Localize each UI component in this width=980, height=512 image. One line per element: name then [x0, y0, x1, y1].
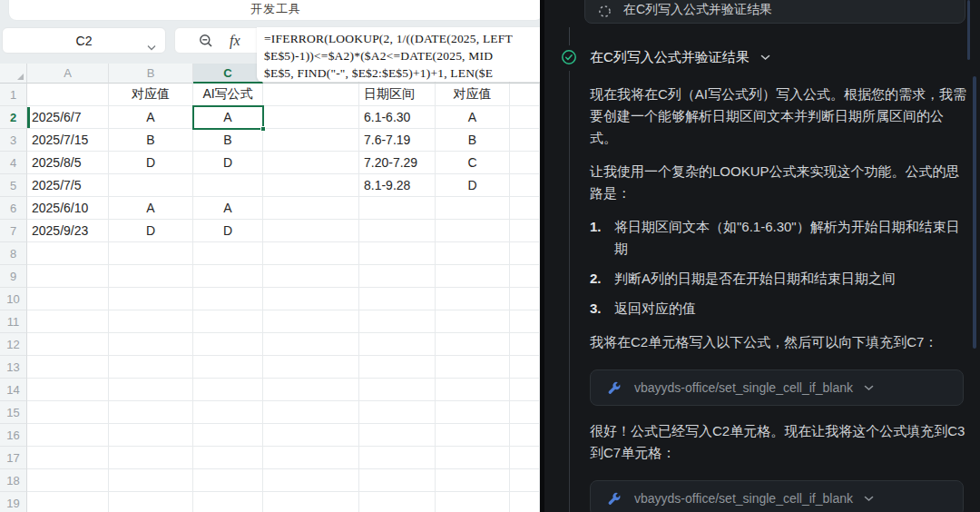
cell-F8[interactable]: [436, 242, 510, 265]
cell-C6[interactable]: A: [193, 197, 263, 220]
cell-C14[interactable]: [193, 379, 263, 401]
cell-C8[interactable]: [193, 242, 263, 265]
cell-E13[interactable]: [359, 356, 436, 379]
select-all-corner[interactable]: [0, 64, 27, 84]
cell-A5[interactable]: 2025/7/5: [27, 174, 109, 197]
cell-E10[interactable]: [359, 288, 436, 310]
cell-D10[interactable]: [263, 288, 359, 310]
cell-E4[interactable]: 7.20-7.29: [359, 152, 436, 174]
cell-A19[interactable]: [27, 492, 109, 512]
cell-C5[interactable]: [193, 174, 263, 197]
cell-A18[interactable]: [27, 469, 109, 492]
row-header-4[interactable]: 4: [0, 152, 27, 174]
cell-F7[interactable]: [436, 220, 510, 242]
cell-G17[interactable]: [510, 447, 540, 469]
selected-cell-outline[interactable]: [192, 105, 264, 130]
cell-E17[interactable]: [359, 447, 436, 469]
cell-C9[interactable]: [193, 265, 263, 288]
cell-C18[interactable]: [193, 469, 263, 492]
running-step-card[interactable]: 在C列写入公式并验证结果: [584, 0, 965, 24]
cell-F6[interactable]: [436, 197, 510, 220]
cell-D16[interactable]: [263, 424, 359, 447]
column-header-B[interactable]: B: [109, 64, 193, 84]
cell-G9[interactable]: [510, 265, 540, 288]
cell-A14[interactable]: [27, 379, 109, 401]
cell-B11[interactable]: [109, 310, 193, 333]
cell-A12[interactable]: [27, 333, 109, 356]
fx-icon[interactable]: fx: [230, 33, 240, 49]
cell-B8[interactable]: [109, 242, 193, 265]
cell-A8[interactable]: [27, 242, 109, 265]
step-title-row[interactable]: 在C列写入公式并验证结果: [590, 49, 770, 66]
cell-C17[interactable]: [193, 447, 263, 469]
cell-F2[interactable]: A: [436, 106, 510, 129]
row-header-17[interactable]: 17: [0, 447, 27, 469]
cell-F18[interactable]: [436, 469, 510, 492]
cell-D7[interactable]: [263, 220, 359, 242]
row-header-13[interactable]: 13: [0, 356, 27, 379]
cell-C11[interactable]: [193, 310, 263, 333]
cell-A6[interactable]: 2025/6/10: [27, 197, 109, 220]
cell-F3[interactable]: B: [436, 129, 510, 152]
cell-G12[interactable]: [510, 333, 540, 356]
cell-E8[interactable]: [359, 242, 436, 265]
cell-G14[interactable]: [510, 379, 540, 401]
cell-A9[interactable]: [27, 265, 109, 288]
cell-F14[interactable]: [436, 379, 510, 401]
cell-C16[interactable]: [193, 424, 263, 447]
row-header-1[interactable]: 1: [0, 84, 27, 106]
row-header-11[interactable]: 11: [0, 310, 27, 333]
cell-D11[interactable]: [263, 310, 359, 333]
cell-E11[interactable]: [359, 310, 436, 333]
cell-B2[interactable]: A: [109, 106, 193, 129]
cell-F9[interactable]: [436, 265, 510, 288]
row-header-18[interactable]: 18: [0, 469, 27, 492]
cell-D14[interactable]: [263, 379, 359, 401]
row-header-12[interactable]: 12: [0, 333, 27, 356]
cell-G15[interactable]: [510, 401, 540, 424]
cell-B17[interactable]: [109, 447, 193, 469]
cell-G19[interactable]: [510, 492, 540, 512]
cell-E16[interactable]: [359, 424, 436, 447]
cell-B7[interactable]: D: [109, 220, 193, 242]
row-header-9[interactable]: 9: [0, 265, 27, 288]
cell-G6[interactable]: [510, 197, 540, 220]
tool-call-card[interactable]: vbayyds-office/set_single_cell_if_blank: [590, 480, 964, 512]
cell-B16[interactable]: [109, 424, 193, 447]
cell-E19[interactable]: [359, 492, 436, 512]
row-header-7[interactable]: 7: [0, 220, 27, 242]
cell-B12[interactable]: [109, 333, 193, 356]
cell-A4[interactable]: 2025/8/5: [27, 152, 109, 174]
cell-B13[interactable]: [109, 356, 193, 379]
cell-F15[interactable]: [436, 401, 510, 424]
cell-G11[interactable]: [510, 310, 540, 333]
cell-C13[interactable]: [193, 356, 263, 379]
cell-D6[interactable]: [263, 197, 359, 220]
cell-B19[interactable]: [109, 492, 193, 512]
cell-F4[interactable]: C: [436, 152, 510, 174]
cell-D3[interactable]: [263, 129, 359, 152]
row-header-10[interactable]: 10: [0, 288, 27, 310]
cell-A15[interactable]: [27, 401, 109, 424]
cell-B5[interactable]: [109, 174, 193, 197]
cell-E14[interactable]: [359, 379, 436, 401]
chevron-down-icon[interactable]: [864, 385, 874, 391]
cell-F10[interactable]: [436, 288, 510, 310]
cell-F16[interactable]: [436, 424, 510, 447]
cell-B6[interactable]: A: [109, 197, 193, 220]
cell-E6[interactable]: [359, 197, 436, 220]
cell-E12[interactable]: [359, 333, 436, 356]
cell-B9[interactable]: [109, 265, 193, 288]
cell-E2[interactable]: 6.1-6.30: [359, 106, 436, 129]
column-header-A[interactable]: A: [27, 64, 109, 84]
cell-B4[interactable]: D: [109, 152, 193, 174]
cell-E9[interactable]: [359, 265, 436, 288]
cell-A2[interactable]: 2025/6/7: [27, 106, 109, 129]
cell-E15[interactable]: [359, 401, 436, 424]
cell-E7[interactable]: [359, 220, 436, 242]
cell-G13[interactable]: [510, 356, 540, 379]
cell-D15[interactable]: [263, 401, 359, 424]
cell-D18[interactable]: [263, 469, 359, 492]
cell-G7[interactable]: [510, 220, 540, 242]
cell-B14[interactable]: [109, 379, 193, 401]
